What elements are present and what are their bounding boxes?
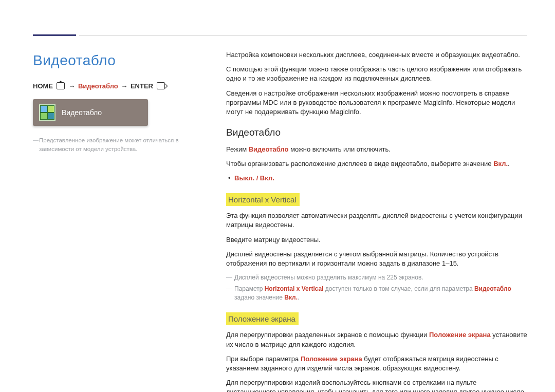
page: Видеотабло HOME → Видеотабло → ENTER Вид… (0, 0, 555, 392)
intro-p2: С помощью этой функции можно также отобр… (226, 65, 527, 83)
menu-tile-label: Видеотабло (62, 108, 102, 118)
top-rule-thin (79, 35, 527, 35)
intro-p3: Сведения о настройке отображения несколь… (226, 89, 527, 117)
s2-p2: Введите матрицу видеостены. (226, 235, 527, 245)
breadcrumb-item: Видеотабло (78, 82, 118, 90)
breadcrumb-home: HOME (33, 82, 53, 90)
enter-icon (157, 82, 165, 89)
columns: Видеотабло HOME → Видеотабло → ENTER Вид… (33, 50, 527, 392)
section-title-hxv: Horizontal x Vertical (226, 193, 300, 206)
s1-bullets: Выкл. / Вкл. (226, 174, 527, 183)
breadcrumb-arrow: → (67, 82, 76, 90)
s3-p3: Для перегруппировки изделий воспользуйте… (226, 378, 527, 392)
s3-p1: Для перегруппировки разделенных экранов … (226, 330, 527, 349)
menu-tile[interactable]: Видеотабло (33, 99, 148, 126)
s3-p2: При выборе параметра Положение экрана бу… (226, 354, 527, 373)
section-title-videotablo: Видеотабло (226, 126, 527, 140)
s2-notes: Дисплей видеостены можно разделить макси… (226, 273, 527, 302)
section-title-screen-position: Положение экрана (226, 312, 299, 325)
left-column: Видеотабло HOME → Видеотабло → ENTER Вид… (33, 50, 197, 392)
top-rule-thick (33, 34, 76, 36)
s2-p1: Эта функция позволяет автоматически разд… (226, 211, 527, 230)
breadcrumb-arrow: → (120, 82, 128, 90)
s2-note-2: Параметр Horizontal x Vertical доступен … (226, 285, 527, 303)
term-videotablo: Видеотабло (249, 145, 289, 153)
breadcrumb: HOME → Видеотабло → ENTER (33, 82, 197, 91)
s1-p1: Режим Видеотабло можно включить или откл… (226, 145, 527, 154)
term-vkl: Вкл. (493, 160, 508, 167)
right-column: Настройка компоновки нескольких дисплеев… (226, 50, 527, 392)
s1-p2: Чтобы организовать расположение дисплеев… (226, 159, 527, 169)
top-rules (33, 29, 527, 36)
home-icon (57, 82, 65, 89)
image-disclaimer: Представленное изображение может отличат… (33, 136, 197, 153)
video-wall-icon (39, 104, 55, 121)
breadcrumb-enter: ENTER (131, 82, 153, 90)
term-screen-position: Положение экрана (429, 331, 491, 339)
intro-p1: Настройка компоновки нескольких дисплеев… (226, 50, 527, 60)
s2-p3: Дисплей видеостены разделяется с учетом … (226, 250, 527, 268)
page-title: Видеотабло (33, 50, 197, 70)
s2-note-1: Дисплей видеостены можно разделить макси… (226, 273, 527, 282)
option-off-on: Выкл. / Вкл. (234, 174, 274, 182)
